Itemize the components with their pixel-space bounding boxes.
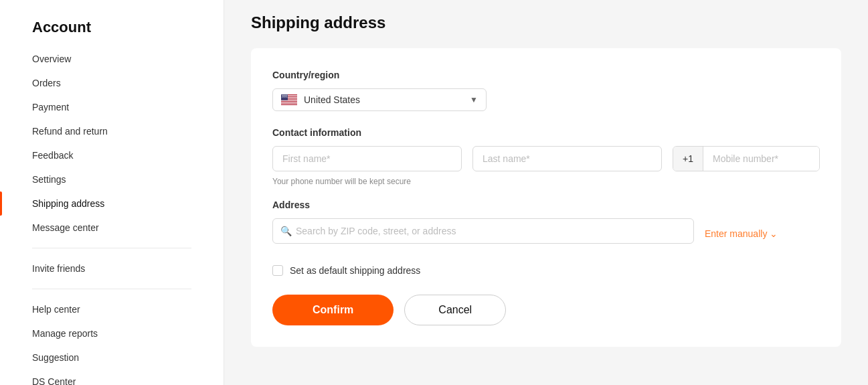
sidebar-item-label: Feedback bbox=[32, 150, 73, 161]
page-title: Shipping address bbox=[251, 13, 841, 32]
sidebar-item-message-center[interactable]: Message center bbox=[0, 216, 224, 240]
last-name-input[interactable] bbox=[472, 146, 662, 171]
shipping-address-form: Country/region bbox=[251, 48, 841, 347]
country-section-label: Country/region bbox=[272, 70, 820, 80]
country-value: United States bbox=[304, 94, 360, 105]
phone-group: +1 bbox=[673, 146, 820, 171]
contact-section-label: Contact information bbox=[272, 127, 820, 138]
sidebar-item-label: Help center bbox=[32, 304, 80, 315]
svg-point-11 bbox=[284, 95, 284, 96]
sidebar-item-refund[interactable]: Refund and return bbox=[0, 119, 224, 143]
address-row: 🔍 Enter manually ⌄ bbox=[272, 218, 820, 249]
sidebar-divider-1 bbox=[32, 248, 191, 248]
default-address-checkbox[interactable] bbox=[272, 265, 283, 276]
svg-rect-6 bbox=[281, 102, 297, 103]
mobile-input[interactable] bbox=[703, 147, 820, 171]
sidebar-item-label: Settings bbox=[32, 174, 66, 185]
country-select-left: United States bbox=[281, 94, 360, 105]
svg-rect-7 bbox=[281, 104, 297, 105]
chevron-down-small-icon: ⌄ bbox=[770, 228, 778, 239]
phone-code: +1 bbox=[673, 147, 703, 171]
svg-point-17 bbox=[284, 96, 285, 96]
svg-point-20 bbox=[282, 97, 282, 98]
address-search-wrapper: 🔍 bbox=[272, 218, 694, 244]
svg-point-13 bbox=[286, 95, 286, 96]
svg-point-15 bbox=[282, 96, 283, 96]
svg-point-10 bbox=[283, 95, 284, 96]
svg-point-19 bbox=[286, 96, 287, 96]
sidebar: Account Overview Orders Payment Refund a… bbox=[0, 0, 224, 385]
address-search-input[interactable] bbox=[272, 218, 694, 244]
sidebar-item-shipping-address[interactable]: Shipping address bbox=[0, 191, 224, 216]
sidebar-item-label: Payment bbox=[32, 102, 69, 112]
chevron-down-icon: ▼ bbox=[470, 95, 478, 104]
address-section-label: Address bbox=[272, 200, 820, 210]
sidebar-item-invite-friends[interactable]: Invite friends bbox=[0, 256, 224, 281]
main-content: Shipping address Country/region bbox=[224, 0, 868, 385]
svg-point-21 bbox=[283, 97, 284, 98]
sidebar-title: Account bbox=[0, 13, 224, 47]
us-flag-icon bbox=[281, 94, 297, 105]
sidebar-item-label: Refund and return bbox=[32, 126, 108, 137]
default-address-row: Set as default shipping address bbox=[272, 265, 820, 276]
sidebar-item-orders[interactable]: Orders bbox=[0, 71, 224, 95]
sidebar-item-suggestion[interactable]: Suggestion bbox=[0, 345, 224, 370]
svg-rect-5 bbox=[281, 101, 297, 102]
cancel-button[interactable]: Cancel bbox=[404, 295, 506, 325]
sidebar-item-ds-center[interactable]: DS Center bbox=[0, 370, 224, 385]
svg-point-18 bbox=[285, 96, 286, 96]
phone-hint: Your phone number will be kept secure bbox=[272, 177, 820, 186]
svg-point-12 bbox=[285, 95, 286, 96]
button-row: Confirm Cancel bbox=[272, 295, 820, 325]
sidebar-item-label: Manage reports bbox=[32, 328, 98, 339]
sidebar-item-label: Overview bbox=[32, 54, 71, 64]
sidebar-item-label: Message center bbox=[32, 222, 99, 233]
sidebar-item-settings[interactable]: Settings bbox=[0, 167, 224, 191]
svg-point-24 bbox=[286, 97, 286, 98]
svg-point-9 bbox=[282, 95, 282, 96]
confirm-button[interactable]: Confirm bbox=[272, 295, 394, 325]
svg-point-22 bbox=[284, 97, 284, 98]
svg-point-14 bbox=[287, 95, 288, 96]
sidebar-item-manage-reports[interactable]: Manage reports bbox=[0, 321, 224, 345]
country-select[interactable]: United States ▼ bbox=[272, 88, 487, 111]
contact-row: +1 bbox=[272, 146, 820, 171]
first-name-input[interactable] bbox=[272, 146, 462, 171]
sidebar-item-payment[interactable]: Payment bbox=[0, 95, 224, 119]
sidebar-item-label: Invite friends bbox=[32, 263, 85, 274]
sidebar-item-overview[interactable]: Overview bbox=[0, 47, 224, 71]
sidebar-item-help-center[interactable]: Help center bbox=[0, 297, 224, 321]
sidebar-item-feedback[interactable]: Feedback bbox=[0, 143, 224, 167]
default-address-label: Set as default shipping address bbox=[290, 265, 420, 276]
sidebar-item-label: Shipping address bbox=[32, 198, 104, 209]
enter-manually-button[interactable]: Enter manually ⌄ bbox=[705, 228, 778, 239]
svg-point-16 bbox=[283, 96, 284, 96]
sidebar-item-label: Orders bbox=[32, 78, 61, 88]
sidebar-divider-2 bbox=[32, 289, 191, 289]
search-icon: 🔍 bbox=[280, 226, 292, 236]
sidebar-item-label: DS Center bbox=[32, 376, 76, 385]
svg-point-25 bbox=[287, 97, 288, 98]
sidebar-item-label: Suggestion bbox=[32, 352, 79, 363]
enter-manually-label: Enter manually bbox=[705, 228, 767, 239]
svg-point-23 bbox=[285, 97, 286, 98]
